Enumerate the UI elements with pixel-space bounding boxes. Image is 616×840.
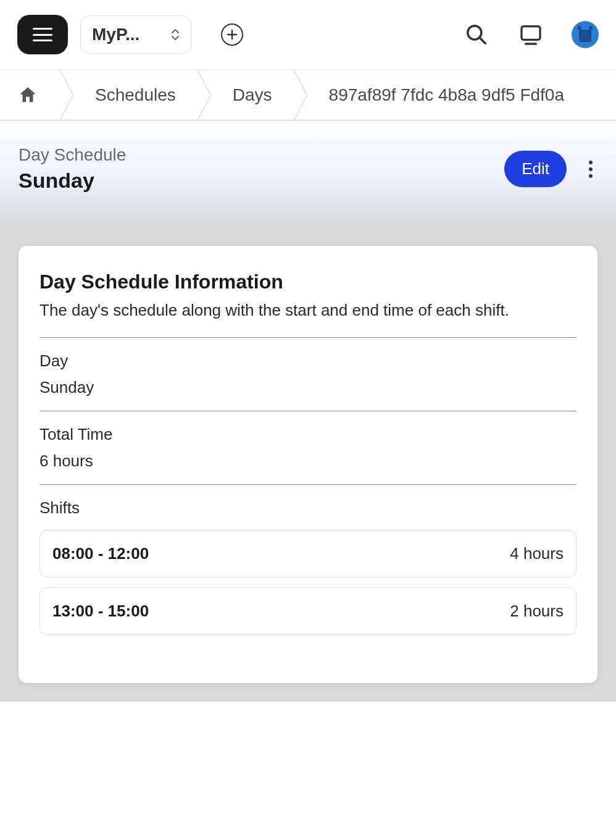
field-shifts: Shifts 08:00 - 12:00 4 hours 13:00 - 15:… bbox=[40, 485, 576, 658]
field-value: Sunday bbox=[40, 378, 576, 397]
search-button[interactable] bbox=[463, 21, 490, 48]
project-selector-label: MyP... bbox=[92, 25, 160, 44]
card-title: Day Schedule Information bbox=[40, 271, 576, 293]
field-day: Day Sunday bbox=[40, 338, 576, 411]
field-total-time: Total Time 6 hours bbox=[40, 411, 576, 484]
breadcrumb-home[interactable] bbox=[0, 70, 60, 120]
monitor-icon bbox=[518, 22, 543, 47]
field-value: 6 hours bbox=[40, 452, 576, 471]
add-button[interactable] bbox=[221, 23, 243, 46]
page-subtitle: Day Schedule bbox=[19, 145, 126, 165]
plus-icon bbox=[227, 29, 238, 40]
project-selector[interactable]: MyP... bbox=[80, 15, 191, 54]
shift-duration: 4 hours bbox=[510, 544, 564, 563]
avatar-image bbox=[572, 21, 599, 48]
page-title: Sunday bbox=[19, 169, 126, 193]
breadcrumb-label: Schedules bbox=[95, 85, 176, 105]
edit-button[interactable]: Edit bbox=[504, 151, 567, 187]
more-button[interactable] bbox=[584, 156, 597, 183]
breadcrumb-days[interactable]: Days bbox=[198, 70, 294, 120]
breadcrumb-label: Days bbox=[233, 85, 272, 105]
shift-time-range: 13:00 - 15:00 bbox=[52, 602, 149, 621]
hamburger-icon bbox=[33, 28, 52, 41]
day-schedule-card: Day Schedule Information The day's sched… bbox=[19, 246, 597, 683]
svg-rect-4 bbox=[522, 27, 540, 40]
page-header-titles: Day Schedule Sunday bbox=[19, 145, 126, 193]
page-header: Day Schedule Sunday Edit bbox=[0, 120, 616, 227]
chevron-updown-icon bbox=[171, 29, 180, 40]
field-label: Day bbox=[40, 351, 576, 371]
breadcrumb-current: 897af89f 7fdc 4b8a 9df5 Fdf0a bbox=[294, 70, 586, 120]
content-area: Day Schedule Information The day's sched… bbox=[0, 227, 616, 702]
home-icon bbox=[17, 85, 38, 106]
shift-duration: 2 hours bbox=[510, 602, 564, 621]
shift-item[interactable]: 08:00 - 12:00 4 hours bbox=[40, 530, 576, 578]
menu-button[interactable] bbox=[17, 15, 68, 54]
avatar-button[interactable] bbox=[572, 21, 599, 48]
card-description: The day's schedule along with the start … bbox=[40, 301, 576, 320]
field-label: Total Time bbox=[40, 425, 576, 444]
svg-line-3 bbox=[480, 38, 486, 44]
breadcrumb-schedules[interactable]: Schedules bbox=[60, 70, 198, 120]
page-header-actions: Edit bbox=[504, 151, 597, 187]
desktop-button[interactable] bbox=[517, 21, 544, 48]
field-label: Shifts bbox=[40, 498, 576, 518]
shift-item[interactable]: 13:00 - 15:00 2 hours bbox=[40, 587, 576, 635]
shift-time-range: 08:00 - 12:00 bbox=[52, 544, 149, 563]
breadcrumb: Schedules Days 897af89f 7fdc 4b8a 9df5 F… bbox=[0, 70, 616, 120]
topbar: MyP... bbox=[0, 0, 616, 70]
breadcrumb-label: 897af89f 7fdc 4b8a 9df5 Fdf0a bbox=[329, 85, 564, 105]
search-icon bbox=[465, 23, 488, 46]
